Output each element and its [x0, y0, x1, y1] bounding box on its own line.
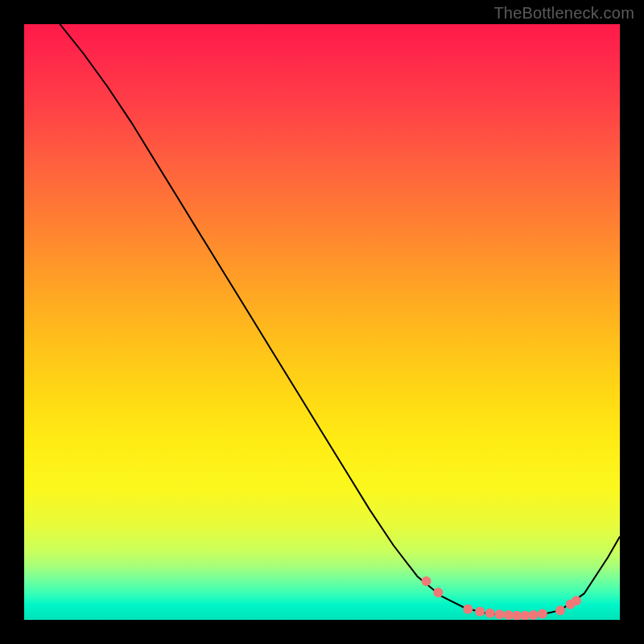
chart-plot-area: [24, 24, 620, 620]
highlight-dot: [475, 607, 485, 617]
highlight-dot: [529, 610, 539, 620]
highlight-dot: [555, 605, 565, 615]
highlight-dot: [422, 576, 431, 586]
highlight-dot: [572, 596, 581, 605]
highlight-dot: [433, 588, 443, 597]
highlight-dot: [504, 610, 514, 620]
highlight-dot: [463, 605, 473, 614]
highlight-dot: [520, 611, 530, 620]
highlight-dot: [485, 609, 495, 618]
highlight-dot: [512, 611, 522, 620]
highlight-dot: [538, 609, 547, 619]
highlight-dot: [495, 609, 505, 619]
bottleneck-curve: [60, 24, 620, 616]
chart-overlay: [24, 24, 620, 620]
watermark-text: TheBottleneck.com: [493, 4, 634, 23]
